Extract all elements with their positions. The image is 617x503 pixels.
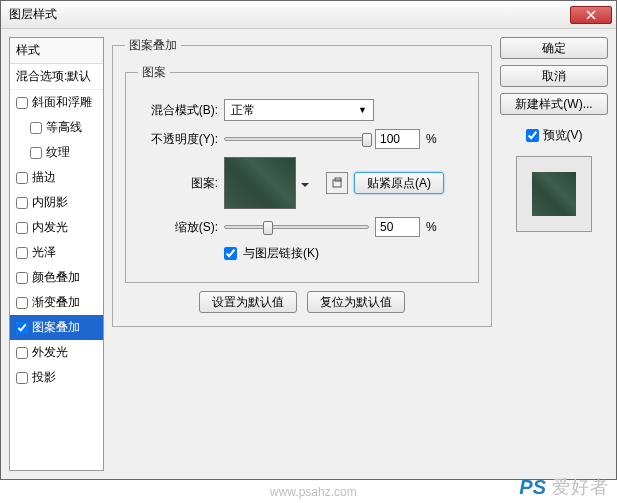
action-panel: 确定 取消 新建样式(W)... 预览(V) xyxy=(500,37,608,471)
blend-mode-dropdown[interactable]: 正常 ▼ xyxy=(224,99,374,121)
style-checkbox-7[interactable] xyxy=(16,272,28,284)
preview-swatch xyxy=(532,172,576,216)
layer-style-dialog: 图层样式 样式 混合选项:默认 斜面和浮雕等高线纹理描边内阴影内发光光泽颜色叠加… xyxy=(0,0,617,480)
cancel-button[interactable]: 取消 xyxy=(500,65,608,87)
blend-mode-label: 混合模式(B): xyxy=(138,102,218,119)
style-item-3[interactable]: 描边 xyxy=(10,165,103,190)
style-item-6[interactable]: 光泽 xyxy=(10,240,103,265)
style-checkbox-0[interactable] xyxy=(16,97,28,109)
new-style-button[interactable]: 新建样式(W)... xyxy=(500,93,608,115)
pattern-group: 图案 混合模式(B): 正常 ▼ 不透明度(Y): % xyxy=(125,64,479,283)
pattern-picker[interactable] xyxy=(224,157,296,209)
link-with-layer-label: 与图层链接(K) xyxy=(243,245,319,262)
link-with-layer-checkbox[interactable] xyxy=(224,247,237,260)
style-label-11: 投影 xyxy=(32,369,56,386)
snap-to-origin-button[interactable]: 贴紧原点(A) xyxy=(354,172,444,194)
watermark: PS 爱好者 xyxy=(519,475,609,499)
style-checkbox-8[interactable] xyxy=(16,297,28,309)
preview-checkbox[interactable] xyxy=(526,129,539,142)
opacity-input[interactable] xyxy=(375,129,420,149)
style-item-0[interactable]: 斜面和浮雕 xyxy=(10,90,103,115)
style-label-1: 等高线 xyxy=(46,119,82,136)
percent-label: % xyxy=(426,132,438,146)
scale-label: 缩放(S): xyxy=(138,219,218,236)
styles-header[interactable]: 样式 xyxy=(10,38,103,64)
style-label-9: 图案叠加 xyxy=(32,319,80,336)
window-title: 图层样式 xyxy=(9,6,57,23)
watermark-text: 爱好者 xyxy=(552,475,609,499)
style-checkbox-1[interactable] xyxy=(30,122,42,134)
style-checkbox-5[interactable] xyxy=(16,222,28,234)
style-label-4: 内阴影 xyxy=(32,194,68,211)
style-checkbox-3[interactable] xyxy=(16,172,28,184)
style-label-0: 斜面和浮雕 xyxy=(32,94,92,111)
preview-box xyxy=(516,156,592,232)
style-checkbox-9[interactable] xyxy=(16,322,28,334)
style-label-7: 颜色叠加 xyxy=(32,269,80,286)
style-item-5[interactable]: 内发光 xyxy=(10,215,103,240)
style-checkbox-2[interactable] xyxy=(30,147,42,159)
blend-options-default[interactable]: 混合选项:默认 xyxy=(10,64,103,90)
style-item-2[interactable]: 纹理 xyxy=(10,140,103,165)
titlebar: 图层样式 xyxy=(1,1,616,29)
style-item-4[interactable]: 内阴影 xyxy=(10,190,103,215)
new-preset-button[interactable] xyxy=(326,172,348,194)
style-item-1[interactable]: 等高线 xyxy=(10,115,103,140)
reset-default-button[interactable]: 复位为默认值 xyxy=(307,291,405,313)
style-item-7[interactable]: 颜色叠加 xyxy=(10,265,103,290)
scale-slider[interactable] xyxy=(224,225,369,229)
pattern-overlay-legend: 图案叠加 xyxy=(125,37,181,54)
style-label-5: 内发光 xyxy=(32,219,68,236)
make-default-button[interactable]: 设置为默认值 xyxy=(199,291,297,313)
style-label-10: 外发光 xyxy=(32,344,68,361)
chevron-down-icon: ▼ xyxy=(358,105,367,115)
style-item-9[interactable]: 图案叠加 xyxy=(10,315,103,340)
percent-label-2: % xyxy=(426,220,438,234)
style-checkbox-11[interactable] xyxy=(16,372,28,384)
watermark-url: www.psahz.com xyxy=(270,485,357,499)
close-button[interactable] xyxy=(570,6,612,24)
style-checkbox-10[interactable] xyxy=(16,347,28,359)
style-label-6: 光泽 xyxy=(32,244,56,261)
style-item-11[interactable]: 投影 xyxy=(10,365,103,390)
dialog-content: 样式 混合选项:默认 斜面和浮雕等高线纹理描边内阴影内发光光泽颜色叠加渐变叠加图… xyxy=(1,29,616,479)
style-label-8: 渐变叠加 xyxy=(32,294,80,311)
settings-panel: 图案叠加 图案 混合模式(B): 正常 ▼ 不透明度(Y): xyxy=(112,37,492,471)
ps-logo: PS xyxy=(519,476,546,499)
pattern-overlay-group: 图案叠加 图案 混合模式(B): 正常 ▼ 不透明度(Y): xyxy=(112,37,492,327)
style-checkbox-4[interactable] xyxy=(16,197,28,209)
style-item-10[interactable]: 外发光 xyxy=(10,340,103,365)
style-checkbox-6[interactable] xyxy=(16,247,28,259)
style-item-8[interactable]: 渐变叠加 xyxy=(10,290,103,315)
opacity-label: 不透明度(Y): xyxy=(138,131,218,148)
opacity-slider[interactable] xyxy=(224,137,369,141)
styles-list: 样式 混合选项:默认 斜面和浮雕等高线纹理描边内阴影内发光光泽颜色叠加渐变叠加图… xyxy=(9,37,104,471)
style-label-2: 纹理 xyxy=(46,144,70,161)
style-label-3: 描边 xyxy=(32,169,56,186)
ok-button[interactable]: 确定 xyxy=(500,37,608,59)
blend-mode-value: 正常 xyxy=(231,102,255,119)
pattern-label: 图案: xyxy=(138,175,218,192)
pattern-legend: 图案 xyxy=(138,64,170,81)
preview-label: 预览(V) xyxy=(543,127,583,144)
scale-input[interactable] xyxy=(375,217,420,237)
